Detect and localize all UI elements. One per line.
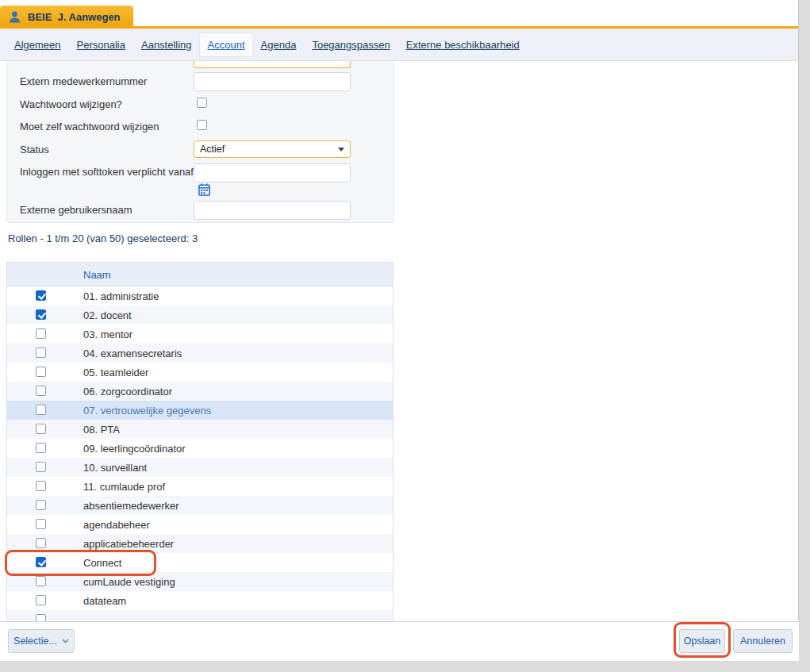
softtoken-date-input[interactable]	[194, 163, 351, 182]
role-name: 09. leerlingcoördinator	[83, 443, 186, 455]
person-icon	[8, 10, 21, 24]
role-name: absentiemedewerker	[83, 500, 179, 512]
table-row[interactable]: datateam	[7, 591, 393, 610]
role-checkbox[interactable]	[36, 424, 46, 434]
content-area: Extern medewerkernummer Wachtwoord wijzi…	[0, 61, 798, 621]
calendar-icon[interactable]	[198, 183, 210, 196]
table-row[interactable]: 03. mentor	[7, 324, 393, 344]
table-row[interactable]: 11. cumlaude prof	[7, 477, 393, 496]
role-name: datateam	[83, 595, 126, 607]
role-checkbox[interactable]	[36, 348, 46, 358]
role-name: 01. administratie	[83, 290, 159, 302]
extern-medewerkernummer-input[interactable]	[194, 72, 351, 91]
table-row[interactable]: 01. administratie	[7, 286, 393, 305]
role-name: Connect	[83, 557, 121, 569]
page: BEIE J. Aanwegen AlgemeenPersonaliaAanst…	[0, 0, 810, 672]
field-label-extern-medewerkernummer: Extern medewerkernummer	[20, 75, 147, 87]
table-row[interactable]: cumLaude vestiging	[7, 572, 393, 591]
roles-table-header: Naam	[7, 263, 393, 286]
role-name: 11. cumlaude prof	[83, 481, 165, 493]
role-name: 05. teamleider	[83, 367, 148, 378]
annuleren-button[interactable]: Annuleren	[733, 629, 793, 653]
tab-aanstelling[interactable]: Aanstelling	[133, 33, 200, 56]
role-name: 10. surveillant	[83, 462, 147, 474]
titlebar: BEIE J. Aanwegen	[0, 0, 798, 29]
employee-window: BEIE J. Aanwegen AlgemeenPersonaliaAanst…	[0, 0, 799, 661]
table-row[interactable]: absentiemedewerker	[7, 496, 393, 515]
tab-underline	[0, 26, 798, 29]
role-name: agendabeheer	[83, 519, 150, 531]
tab-personalia[interactable]: Personalia	[69, 33, 133, 56]
role-checkbox[interactable]	[36, 481, 46, 491]
tab-externe-beschikbaarheid[interactable]: Externe beschikbaarheid	[398, 33, 528, 56]
role-name: applicatiebeheerder	[83, 538, 174, 550]
role-checkbox[interactable]	[36, 519, 46, 529]
column-header-naam: Naam	[83, 269, 111, 281]
role-checkbox[interactable]	[36, 576, 46, 586]
table-row[interactable]: 10. surveillant	[7, 458, 393, 477]
account-form-panel: Extern medewerkernummer Wachtwoord wijzi…	[6, 61, 394, 223]
table-row[interactable]: 02. docent	[7, 305, 393, 324]
role-name: 03. mentor	[83, 328, 132, 340]
chevron-down-icon	[62, 639, 69, 643]
externe-gebruikersnaam-input[interactable]	[194, 201, 351, 220]
selectie-button-label: Selectie...	[13, 636, 57, 647]
status-select[interactable]: Actief	[194, 140, 351, 158]
table-row[interactable]: 07. vertrouwelijke gegevens	[7, 401, 393, 420]
selectie-button[interactable]: Selectie...	[8, 629, 75, 653]
wachtwoord-wijzigen-checkbox[interactable]	[197, 98, 207, 108]
opslaan-button-label: Opslaan	[684, 636, 721, 647]
role-checkbox[interactable]	[36, 309, 46, 320]
table-row[interactable]: Connect	[7, 553, 393, 572]
field-label-wachtwoord-wijzigen: Wachtwoord wijzigen?	[20, 98, 122, 110]
field-label-moet-zelf-wachtwoord-wijzigen: Moet zelf wachtwoord wijzigen	[20, 121, 159, 132]
tab-account[interactable]: Account	[200, 33, 253, 56]
employee-tab[interactable]: BEIE J. Aanwegen	[0, 6, 133, 29]
role-checkbox[interactable]	[36, 290, 46, 301]
table-row[interactable]: 09. leerlingcoördinator	[7, 439, 393, 458]
tab-algemeen[interactable]: Algemeen	[6, 33, 69, 56]
role-checkbox[interactable]	[36, 386, 46, 396]
tab-toegangspassen[interactable]: Toegangspassen	[304, 33, 397, 56]
footer-bar: Selectie... Opslaan Annuleren	[0, 621, 799, 661]
role-checkbox[interactable]	[36, 595, 46, 605]
role-name: 04. examensecretaris	[83, 348, 182, 359]
role-checkbox[interactable]	[36, 462, 46, 472]
roles-table: Naam 01. administratie02. docent03. ment…	[6, 262, 393, 621]
status-selected-value: Actief	[200, 144, 225, 155]
table-row[interactable]: 05. teamleider	[7, 363, 393, 382]
role-checkbox[interactable]	[36, 538, 46, 548]
employee-tab-label: BEIE J. Aanwegen	[28, 11, 121, 23]
role-checkbox[interactable]	[36, 328, 46, 339]
roles-summary: Rollen - 1 t/m 20 (van 50) geselecteerd:…	[8, 232, 198, 244]
role-name: 08. PTA	[83, 424, 120, 436]
cutoff-input[interactable]	[194, 61, 351, 68]
role-checkbox[interactable]	[36, 405, 46, 415]
role-checkbox[interactable]	[36, 367, 46, 377]
table-row[interactable]: 06. zorgcoordinator	[7, 382, 393, 401]
field-label-softtoken-vanaf: Inloggen met softtoken verplicht vanaf	[20, 166, 194, 178]
field-label-status: Status	[20, 144, 49, 156]
field-label-externe-gebruikersnaam: Externe gebruikersnaam	[20, 204, 132, 216]
table-row[interactable]: applicatiebeheerder	[7, 534, 393, 553]
table-row[interactable]: 04. examensecretaris	[7, 344, 393, 363]
tab-agenda[interactable]: Agenda	[253, 33, 305, 56]
role-checkbox[interactable]	[36, 500, 46, 510]
select-caret-icon	[338, 148, 344, 152]
role-checkbox[interactable]	[36, 443, 46, 453]
roles-table-body: 01. administratie02. docent03. mentor04.…	[7, 286, 393, 621]
table-row[interactable]	[7, 610, 393, 621]
role-checkbox[interactable]	[36, 614, 46, 621]
nav-tabs: AlgemeenPersonaliaAanstellingAccountAgen…	[0, 29, 798, 61]
table-row[interactable]: agendabeheer	[7, 515, 393, 534]
role-name: 06. zorgcoordinator	[83, 386, 172, 397]
role-name: 07. vertrouwelijke gegevens	[83, 405, 211, 417]
role-checkbox[interactable]	[36, 557, 46, 567]
role-name: cumLaude vestiging	[83, 576, 175, 588]
annuleren-button-label: Annuleren	[740, 636, 785, 647]
role-name: 02. docent	[83, 309, 132, 321]
moet-zelf-wachtwoord-wijzigen-checkbox[interactable]	[197, 120, 207, 130]
table-row[interactable]: 08. PTA	[7, 420, 393, 439]
opslaan-button[interactable]: Opslaan	[679, 629, 725, 653]
